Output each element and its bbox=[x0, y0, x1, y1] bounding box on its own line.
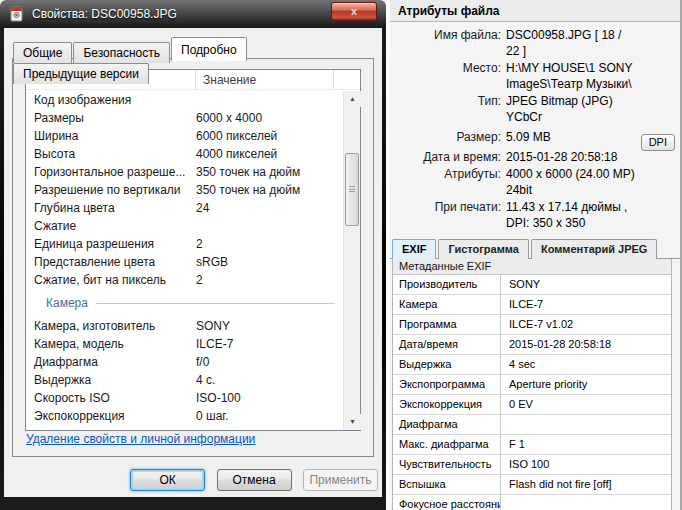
column-header-value[interactable]: Значение bbox=[196, 70, 334, 89]
exif-row[interactable]: Камера ILCE-7 bbox=[393, 295, 671, 315]
exif-row[interactable]: Вспышка Flash did not fire [off] bbox=[393, 475, 671, 495]
properties-list[interactable]: Свойство Значение Код изображения Размер… bbox=[25, 69, 361, 431]
info-label: При печати: bbox=[390, 199, 506, 231]
exif-row[interactable]: Программа ILCE-7 v1.02 bbox=[393, 315, 671, 335]
property-row[interactable]: Диафрагма f/0 bbox=[26, 353, 343, 371]
property-name: Экспокоррекция bbox=[26, 407, 189, 425]
tab-label: Гистограмма bbox=[448, 243, 518, 255]
tab-label: Подробно bbox=[181, 43, 237, 57]
dialog-tab[interactable]: Подробно bbox=[171, 37, 247, 61]
property-row[interactable]: Выдержка 4 с. bbox=[26, 371, 343, 389]
property-value bbox=[189, 217, 343, 235]
property-row[interactable]: Скорость ISO ISO-100 bbox=[26, 389, 343, 407]
property-row[interactable]: Единица разрешения 2 bbox=[26, 235, 343, 253]
property-row[interactable]: Сжатие, бит на пиксель 2 bbox=[26, 271, 343, 289]
attributes-tab[interactable]: Комментарий JPEG bbox=[531, 239, 657, 259]
tab-label: EXIF bbox=[402, 243, 426, 255]
attributes-tab[interactable]: EXIF bbox=[392, 239, 436, 259]
exif-field-value: Flash did not fire [off] bbox=[501, 475, 671, 494]
exif-field-value: F 1 bbox=[501, 435, 671, 454]
properties-icon bbox=[9, 6, 25, 22]
exif-row[interactable]: Выдержка 4 sec bbox=[393, 355, 671, 375]
property-row[interactable]: Код изображения bbox=[26, 91, 343, 109]
exif-field-name: Фокусное расстояние bbox=[393, 495, 501, 510]
property-row[interactable]: Глубина цвета 24 bbox=[26, 199, 343, 217]
close-button[interactable]: x bbox=[331, 2, 377, 21]
exif-field-value: 2015-01-28 20:58:18 bbox=[501, 335, 671, 354]
property-value: sRGB bbox=[189, 253, 343, 271]
scroll-down-arrow-icon[interactable]: ▼ bbox=[344, 414, 361, 430]
scrollbar-grip bbox=[349, 186, 355, 192]
exif-row[interactable]: Экспокоррекция 0 EV bbox=[393, 395, 671, 415]
info-row: Дата и время: 2015-01-28 20:58:18 bbox=[390, 149, 676, 165]
scroll-up-arrow-icon[interactable]: ▲ bbox=[344, 91, 361, 107]
remove-properties-link[interactable]: Удаление свойств и личной информации bbox=[26, 432, 255, 446]
info-label: Атрибуты: bbox=[390, 166, 506, 198]
exif-field-value bbox=[501, 495, 671, 510]
dialog-tab[interactable]: Предыдущие версии bbox=[13, 63, 149, 84]
property-row[interactable]: Разрешение по вертикали 350 точек на дюй… bbox=[26, 181, 343, 199]
ok-button[interactable]: ОК bbox=[130, 469, 205, 491]
scrollbar-thumb[interactable] bbox=[345, 153, 359, 226]
tab-label: Безопасность bbox=[83, 46, 160, 60]
property-value: 6000 x 4000 bbox=[189, 109, 343, 127]
property-row[interactable]: Камера, изготовитель SONY bbox=[26, 317, 343, 335]
property-row[interactable]: Горизонтальное разреше... 350 точек на д… bbox=[26, 163, 343, 181]
info-label: Размер: bbox=[390, 129, 506, 145]
exif-field-name: Производитель bbox=[393, 275, 501, 294]
property-value: 24 bbox=[189, 199, 343, 217]
camera-group-header: Камера bbox=[26, 289, 343, 317]
property-row[interactable]: Представление цвета sRGB bbox=[26, 253, 343, 271]
exif-row[interactable]: Макс. диафрагма F 1 bbox=[393, 435, 671, 455]
property-name: Единица разрешения bbox=[26, 235, 189, 253]
info-value: 11.43 x 17.14 дюймы , DPI: 350 x 350 bbox=[506, 199, 676, 231]
dpi-button[interactable]: DPI bbox=[641, 134, 675, 151]
property-name: Ширина bbox=[26, 127, 189, 145]
info-label: Дата и время: bbox=[390, 149, 506, 165]
info-label: Имя файла: bbox=[390, 27, 506, 59]
exif-row[interactable]: Фокусное расстояние bbox=[393, 495, 671, 510]
exif-row[interactable]: Чувствительность ISO 100 bbox=[393, 455, 671, 475]
property-name: Горизонтальное разреше... bbox=[26, 163, 189, 181]
dialog-tab[interactable]: Общие bbox=[13, 42, 72, 63]
exif-field-name: Экспокоррекция bbox=[393, 395, 501, 414]
exif-field-value: ILCE-7 bbox=[501, 295, 671, 314]
property-row[interactable]: Сжатие bbox=[26, 217, 343, 235]
property-row[interactable]: Камера, модель ILCE-7 bbox=[26, 335, 343, 353]
exif-row[interactable]: Дата/время 2015-01-28 20:58:18 bbox=[393, 335, 671, 355]
properties-dialog: Свойства: DSC00958.JPG x Общие Безопасно… bbox=[0, 0, 386, 510]
property-value: SONY bbox=[189, 317, 343, 335]
info-row: Атрибуты: 4000 x 6000 (24.00 MP) 24bit bbox=[390, 166, 676, 198]
exif-table-caption: Метаданные EXIF bbox=[393, 259, 671, 275]
property-value bbox=[189, 91, 343, 109]
info-row: При печати: 11.43 x 17.14 дюймы , DPI: 3… bbox=[390, 199, 676, 231]
property-name: Глубина цвета bbox=[26, 199, 189, 217]
property-value: 6000 пикселей bbox=[189, 127, 343, 145]
attributes-tab[interactable]: Гистограмма bbox=[438, 239, 528, 259]
info-row: Имя файла: DSC00958.JPG [ 18 / 22 ] bbox=[390, 27, 676, 59]
property-name: Выдержка bbox=[26, 371, 189, 389]
property-name: Камера, модель bbox=[26, 335, 189, 353]
exif-row[interactable]: Экспопрограмма Aperture priority bbox=[393, 375, 671, 395]
property-row[interactable]: Ширина 6000 пикселей bbox=[26, 127, 343, 145]
info-value: H:\MY HOUSE\1 SONY ImageS\Театр Музыки\ bbox=[506, 60, 676, 92]
dialog-tab[interactable]: Безопасность bbox=[73, 42, 170, 63]
property-value: ILCE-7 bbox=[189, 335, 343, 353]
property-row[interactable]: Экспокоррекция 0 шаг. bbox=[26, 407, 343, 425]
property-row[interactable]: Размеры 6000 x 4000 bbox=[26, 109, 343, 127]
exif-row[interactable]: Диафрагма bbox=[393, 415, 671, 435]
vertical-scrollbar[interactable]: ▲ ▼ bbox=[343, 91, 360, 430]
dialog-buttons: ОК Отмена Применить bbox=[123, 469, 378, 491]
titlebar[interactable]: Свойства: DSC00958.JPG x bbox=[0, 0, 386, 28]
property-name: Диафрагма bbox=[26, 353, 189, 371]
info-label: Тип: bbox=[390, 93, 506, 125]
exif-row[interactable]: Производитель SONY bbox=[393, 275, 671, 295]
property-value: 2 bbox=[189, 235, 343, 253]
details-tab-page: Свойство Значение Код изображения Размер… bbox=[12, 58, 374, 457]
property-row[interactable]: Высота 4000 пикселей bbox=[26, 145, 343, 163]
property-name: Разрешение по вертикали bbox=[26, 181, 189, 199]
exif-field-name: Программа bbox=[393, 315, 501, 334]
apply-button: Применить bbox=[303, 469, 378, 491]
cancel-button[interactable]: Отмена bbox=[217, 469, 292, 491]
property-name: Представление цвета bbox=[26, 253, 189, 271]
